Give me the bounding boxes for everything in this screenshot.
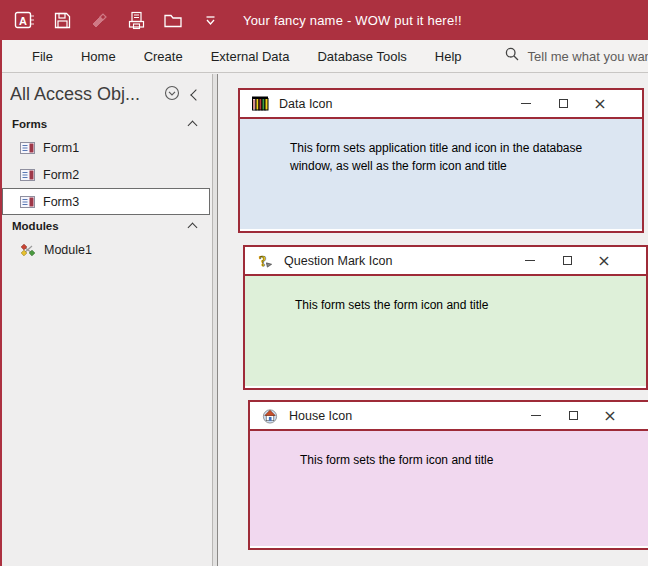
- form-window-titlebar[interactable]: Data Icon ×: [240, 90, 642, 119]
- form-body: This form sets application title and ico…: [240, 119, 642, 229]
- chevron-up-icon[interactable]: [188, 121, 198, 131]
- format-painter-icon[interactable]: [88, 9, 110, 31]
- books-data-icon: [251, 95, 269, 112]
- search-icon: [504, 46, 520, 66]
- form-body-text: This form sets the form icon and title: [295, 296, 613, 314]
- tell-me-search[interactable]: Tell me what you want to do: [504, 46, 648, 66]
- svg-text:A: A: [19, 14, 27, 26]
- form-body: This form sets the form icon and title: [245, 276, 646, 386]
- search-placeholder: Tell me what you want to do: [528, 49, 648, 64]
- chevron-up-icon[interactable]: [188, 223, 198, 233]
- navigation-pane: All Access Obj... Forms F: [0, 74, 212, 566]
- shutter-collapse-icon[interactable]: [190, 89, 201, 100]
- group-header-forms[interactable]: Forms: [0, 113, 212, 134]
- question-mark-icon: ?: [256, 252, 274, 269]
- form-window-question-mark-icon: ? Question Mark Icon × This form sets th…: [243, 245, 648, 390]
- minimize-button[interactable]: [518, 251, 542, 271]
- qat-customize-icon[interactable]: [199, 9, 221, 31]
- tab-database-tools[interactable]: Database Tools: [303, 42, 420, 71]
- save-icon[interactable]: [51, 9, 73, 31]
- form-window-title: Question Mark Icon: [284, 254, 518, 268]
- form-window-titlebar[interactable]: House Icon ×: [250, 402, 648, 431]
- house-icon: [261, 407, 279, 424]
- sidebar-item-form2[interactable]: Form2: [2, 161, 210, 188]
- ribbon-tabs: File Home Create External Data Database …: [0, 40, 648, 73]
- module-object-icon: [20, 243, 36, 257]
- folder-icon[interactable]: [162, 9, 184, 31]
- close-button[interactable]: ×: [592, 251, 616, 271]
- group-header-modules[interactable]: Modules: [0, 215, 212, 236]
- window-title: Your fancy name - WOW put it here!!: [243, 13, 462, 28]
- app-titlebar: A: [0, 0, 648, 40]
- form-body: This form sets the form icon and title: [250, 431, 648, 546]
- sidebar-item-form1[interactable]: Form1: [2, 134, 210, 161]
- form-window-title: Data Icon: [279, 97, 514, 111]
- window-left-border: [0, 40, 2, 566]
- form-window-data-icon: Data Icon × This form sets application t…: [238, 88, 644, 233]
- form-window-titlebar[interactable]: ? Question Mark Icon ×: [245, 247, 646, 276]
- sidebar-item-module1[interactable]: Module1: [2, 236, 210, 263]
- form-window-house-icon: House Icon × This form sets the form ico…: [248, 400, 648, 550]
- navigation-pane-title: All Access Obj...: [10, 84, 164, 105]
- form-body-text: This form sets application title and ico…: [290, 139, 608, 175]
- workspace: All Access Obj... Forms F: [0, 74, 648, 566]
- form-object-icon: [20, 196, 35, 208]
- access-app-icon[interactable]: A: [14, 9, 36, 31]
- close-button[interactable]: ×: [598, 406, 622, 426]
- tab-create[interactable]: Create: [130, 42, 197, 71]
- maximize-button[interactable]: [551, 94, 575, 114]
- minimize-button[interactable]: [514, 94, 538, 114]
- minimize-button[interactable]: [524, 406, 548, 426]
- print-preview-icon[interactable]: [125, 9, 147, 31]
- form-object-icon: [20, 142, 35, 154]
- nav-menu-dropdown-icon[interactable]: [164, 85, 180, 105]
- tab-file[interactable]: File: [18, 42, 67, 71]
- tab-home[interactable]: Home: [67, 42, 130, 71]
- quick-access-toolbar: A: [14, 9, 221, 31]
- tab-external-data[interactable]: External Data: [197, 42, 304, 71]
- tab-help[interactable]: Help: [421, 42, 476, 71]
- document-area: Data Icon × This form sets application t…: [218, 74, 648, 566]
- form-body-text: This form sets the form icon and title: [300, 451, 618, 469]
- navigation-pane-header: All Access Obj...: [0, 80, 212, 113]
- maximize-button[interactable]: [561, 406, 585, 426]
- form-window-title: House Icon: [289, 409, 524, 423]
- maximize-button[interactable]: [555, 251, 579, 271]
- close-button[interactable]: ×: [588, 94, 612, 114]
- form-object-icon: [20, 169, 35, 181]
- sidebar-item-form3[interactable]: Form3: [2, 188, 210, 215]
- svg-text:?: ?: [258, 252, 268, 269]
